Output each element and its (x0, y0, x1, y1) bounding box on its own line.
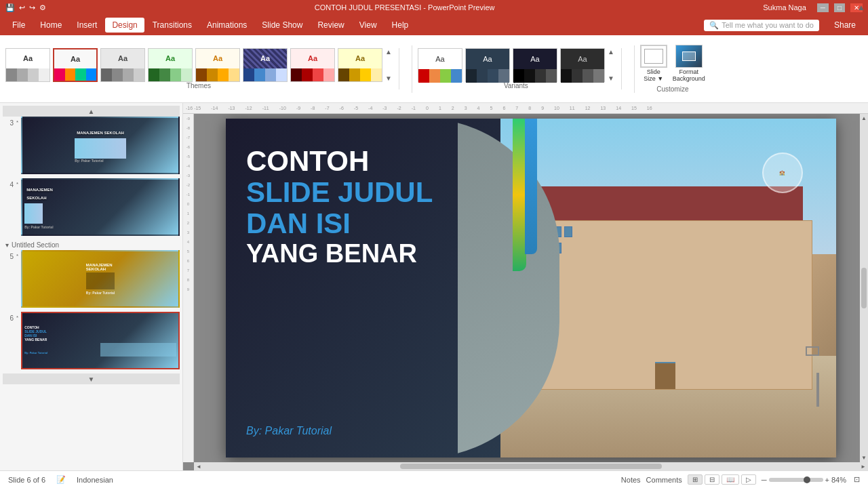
slide-size-button[interactable]: SlideSize ▼ (640, 45, 667, 83)
slide-bg-6: CONTOH SLIDE JUDUL DAN ISI YANG BENAR By… (22, 313, 178, 368)
comments-button[interactable]: Comments (646, 476, 682, 484)
maximize-button[interactable]: □ (834, 3, 845, 12)
horizontal-scrollbar[interactable]: ◄ ► (194, 462, 868, 470)
search-box[interactable]: 🔍 Tell me what you want to do (704, 20, 819, 31)
menu-file[interactable]: File (5, 18, 32, 33)
theme-5[interactable]: Aa (195, 48, 240, 82)
slide-blue-accent (525, 119, 537, 254)
spell-check-icon[interactable]: 📝 (56, 475, 66, 484)
redo-icon[interactable]: ↪ (29, 3, 35, 12)
slide-panel-scroll-up[interactable]: ▲ (3, 106, 180, 117)
hscrollbar-left[interactable]: ◄ (194, 464, 203, 470)
fit-slide-button[interactable]: ⊡ (854, 475, 860, 484)
menu-design[interactable]: Design (105, 18, 144, 33)
menu-help[interactable]: Help (385, 18, 416, 33)
slide-title-line1: CONTOH (246, 146, 433, 177)
slide-panel[interactable]: ▲ 3 * MANAJEMEN SEKOLAH By: Pakar Tutori… (0, 103, 183, 470)
language[interactable]: Indonesian (77, 476, 113, 484)
slide-img-6[interactable]: CONTOH SLIDE JUDUL DAN ISI YANG BENAR By… (21, 312, 180, 369)
slide-thumb-5[interactable]: 5 * MANAJEMEN SEKOLAH By: Pakar Tutorial (3, 250, 180, 308)
theme-6[interactable]: Aa (243, 48, 288, 82)
canvas-with-ruler: -9-8-7-6-5 -4-3-2-10 12345 6789 (183, 114, 868, 462)
titlebar: 💾 ↩ ↪ ⚙ CONTOH JUDUL PRESENTASI - PowerP… (0, 0, 868, 15)
format-background-button[interactable]: FormatBackground (673, 45, 705, 83)
theme-4[interactable]: Aa (148, 48, 193, 82)
zoom-in-button[interactable]: + (825, 476, 829, 484)
normal-view-button[interactable]: ⊞ (688, 474, 703, 485)
scrollbar-thumb[interactable] (861, 268, 867, 308)
themes-scroll: ▲ ▼ (385, 48, 392, 82)
variant-1[interactable]: Aa (418, 48, 462, 82)
save-icon[interactable]: 💾 (5, 3, 15, 12)
zoom-out-button[interactable]: ─ (762, 476, 767, 484)
ruler-left: -9-8-7-6-5 -4-3-2-10 12345 6789 (183, 114, 194, 462)
slide-accent-bar (513, 119, 526, 271)
variant-2[interactable]: Aa (465, 48, 510, 82)
theme-8[interactable]: Aa (338, 48, 382, 82)
slide-canvas-container[interactable]: 🏫 CONTOH (194, 114, 868, 462)
variant-4[interactable]: Aa (560, 48, 605, 82)
variants-section: Aa Aa (418, 48, 622, 89)
slide-sorter-button[interactable]: ⊟ (705, 474, 719, 485)
variants-label: Variants (504, 82, 528, 89)
zoom-level[interactable]: 84% (831, 476, 852, 484)
themes-down-arrow[interactable]: ▼ (385, 75, 392, 82)
ribbon: Aa Aa (0, 35, 868, 103)
slide-canvas[interactable]: 🏫 CONTOH (226, 119, 836, 458)
scrollbar-up[interactable]: ▲ (860, 114, 868, 123)
menu-insert[interactable]: Insert (70, 18, 104, 33)
customize-qat-icon[interactable]: ⚙ (39, 3, 46, 12)
slide-num-3: 3 (3, 117, 14, 127)
view-buttons: ⊞ ⊟ 📖 ▷ (688, 474, 756, 485)
theme-7[interactable]: Aa (290, 48, 335, 82)
vertical-scrollbar[interactable]: ▲ ▼ (860, 114, 868, 462)
slide-panel-scroll-down[interactable]: ▼ (3, 373, 180, 384)
themes-up-arrow[interactable]: ▲ (385, 48, 392, 56)
reading-view-button[interactable]: 📖 (722, 474, 739, 485)
theme-1[interactable]: Aa (5, 48, 50, 82)
minimize-button[interactable]: ─ (817, 3, 829, 12)
slide-img-3[interactable]: MANAJEMEN SEKOLAH By: Pakar Tutorial (21, 117, 180, 174)
slide-thumb-6[interactable]: 6 * CONTOH SLIDE JUDUL DAN ISI YANG BENA… (3, 312, 180, 369)
menu-transitions[interactable]: Transitions (146, 18, 199, 33)
undo-icon[interactable]: ↩ (19, 3, 25, 12)
menu-animations[interactable]: Animations (200, 18, 254, 33)
zoom-slider-thumb[interactable] (804, 476, 810, 483)
slideshow-button[interactable]: ▷ (741, 474, 756, 485)
menu-home[interactable]: Home (33, 18, 68, 33)
theme-3[interactable]: Aa (100, 48, 145, 82)
ruler-top: -16 -15 -14 -13 -12 -11 -10 -9 -8 -7 -6 … (183, 103, 868, 114)
variant-3[interactable]: Aa (513, 48, 557, 82)
ribbon-content: Aa Aa (0, 35, 868, 102)
slide-star-4: * (16, 178, 18, 187)
section-collapse-icon[interactable]: ▾ (5, 241, 9, 249)
slide-thumb-3[interactable]: 3 * MANAJEMEN SEKOLAH By: Pakar Tutorial (3, 117, 180, 174)
theme-2[interactable]: Aa (53, 48, 98, 82)
section-name: Untitled Section (12, 241, 59, 249)
notes-button[interactable]: Notes (621, 476, 641, 484)
slide-bg-3: MANAJEMEN SEKOLAH By: Pakar Tutorial (22, 118, 178, 173)
slide-info: Slide 6 of 6 (8, 476, 45, 484)
collapse-ribbon-button[interactable]: ▲ (857, 3, 865, 12)
menu-review[interactable]: Review (311, 18, 351, 33)
slide-star-5: * (16, 250, 18, 259)
window-title: CONTOH JUDUL PRESENTASI - PowerPoint Pre… (46, 3, 763, 12)
slide-thumb-4[interactable]: 4 * MANAJEMEN SEKOLAH By: Pakar Tutorial (3, 178, 180, 236)
variants-down-arrow[interactable]: ▼ (608, 75, 614, 82)
customize-section: SlideSize ▼ FormatBackground Customize (640, 45, 705, 93)
scrollbar-down[interactable]: ▼ (860, 453, 868, 462)
hscrollbar-thumb[interactable] (400, 464, 662, 469)
format-background-label: FormatBackground (673, 69, 705, 83)
hscrollbar-right[interactable]: ► (859, 464, 868, 470)
variants-up-arrow[interactable]: ▲ (608, 48, 614, 56)
statusbar-right: Notes Comments ⊞ ⊟ 📖 ▷ ─ + 84% ⊡ (621, 474, 860, 485)
slide-curve-container (458, 119, 627, 458)
slide-img-5[interactable]: MANAJEMEN SEKOLAH By: Pakar Tutorial (21, 250, 180, 308)
zoom-slider[interactable] (769, 478, 823, 482)
ribbon-sep-2 (634, 45, 635, 93)
menu-view[interactable]: View (353, 18, 384, 33)
share-button[interactable]: Share (827, 18, 863, 33)
slide-img-4[interactable]: MANAJEMEN SEKOLAH By: Pakar Tutorial (21, 178, 180, 236)
themes-grid: Aa Aa (5, 48, 392, 82)
menu-slideshow[interactable]: Slide Show (255, 18, 309, 33)
